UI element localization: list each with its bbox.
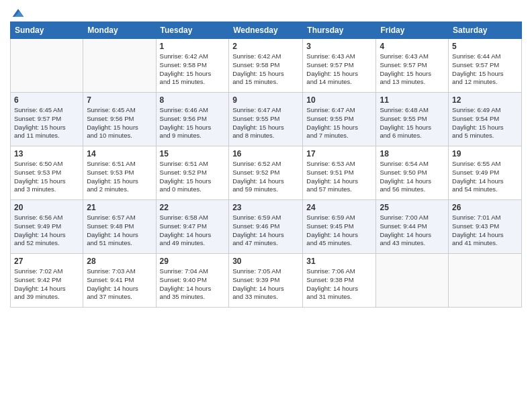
calendar-cell: 27Sunrise: 7:02 AM Sunset: 9:42 PM Dayli… [11,254,83,308]
calendar-cell: 10Sunrise: 6:47 AM Sunset: 9:55 PM Dayli… [303,93,376,146]
calendar-cell: 8Sunrise: 6:46 AM Sunset: 9:56 PM Daylig… [156,93,229,146]
day-number: 11 [380,95,445,105]
day-number: 24 [306,203,372,212]
day-number: 18 [380,149,445,158]
header-row: SundayMondayTuesdayWednesdayThursdayFrid… [11,22,522,39]
calendar-cell: 13Sunrise: 6:50 AM Sunset: 9:53 PM Dayli… [11,146,83,200]
day-info: Sunrise: 6:53 AM Sunset: 9:51 PM Dayligh… [306,160,372,194]
day-number: 28 [87,257,152,266]
day-info: Sunrise: 6:52 AM Sunset: 9:52 PM Dayligh… [232,160,299,194]
calendar-cell: 20Sunrise: 6:56 AM Sunset: 9:49 PM Dayli… [11,200,83,254]
calendar-cell: 26Sunrise: 7:01 AM Sunset: 9:43 PM Dayli… [449,200,522,254]
calendar-cell: 22Sunrise: 6:58 AM Sunset: 9:47 PM Dayli… [156,200,229,254]
day-info: Sunrise: 6:50 AM Sunset: 9:53 PM Dayligh… [14,160,79,194]
calendar-week-row: 13Sunrise: 6:50 AM Sunset: 9:53 PM Dayli… [11,146,522,200]
day-number: 1 [160,42,226,51]
day-info: Sunrise: 6:47 AM Sunset: 9:55 PM Dayligh… [306,106,372,140]
calendar-cell: 9Sunrise: 6:47 AM Sunset: 9:55 PM Daylig… [229,93,303,146]
calendar-cell: 1Sunrise: 6:42 AM Sunset: 9:58 PM Daylig… [156,39,229,93]
page: SundayMondayTuesdayWednesdayThursdayFrid… [0,0,532,411]
calendar-cell: 3Sunrise: 6:43 AM Sunset: 9:57 PM Daylig… [303,39,376,93]
day-info: Sunrise: 6:57 AM Sunset: 9:48 PM Dayligh… [87,214,152,248]
day-number: 6 [14,95,79,105]
calendar-cell: 12Sunrise: 6:49 AM Sunset: 9:54 PM Dayli… [449,93,522,146]
day-number: 16 [232,149,299,158]
calendar-cell: 17Sunrise: 6:53 AM Sunset: 9:51 PM Dayli… [303,146,376,200]
weekday-header-thursday: Thursday [303,22,376,39]
day-number: 10 [306,95,372,105]
day-number: 30 [232,257,299,266]
calendar-cell: 2Sunrise: 6:42 AM Sunset: 9:58 PM Daylig… [229,39,303,93]
calendar-table: SundayMondayTuesdayWednesdayThursdayFrid… [10,21,522,308]
calendar-cell: 31Sunrise: 7:06 AM Sunset: 9:38 PM Dayli… [303,254,376,308]
calendar-week-row: 1Sunrise: 6:42 AM Sunset: 9:58 PM Daylig… [11,39,522,93]
day-number: 15 [160,149,226,158]
calendar-cell: 21Sunrise: 6:57 AM Sunset: 9:48 PM Dayli… [83,200,156,254]
calendar-cell: 5Sunrise: 6:44 AM Sunset: 9:57 PM Daylig… [449,39,522,93]
calendar-cell: 25Sunrise: 7:00 AM Sunset: 9:44 PM Dayli… [376,200,449,254]
day-info: Sunrise: 6:45 AM Sunset: 9:56 PM Dayligh… [87,106,152,140]
day-number: 9 [232,95,299,105]
day-info: Sunrise: 6:55 AM Sunset: 9:49 PM Dayligh… [452,160,518,194]
day-info: Sunrise: 7:00 AM Sunset: 9:44 PM Dayligh… [380,214,445,248]
calendar-cell: 28Sunrise: 7:03 AM Sunset: 9:41 PM Dayli… [83,254,156,308]
day-number: 19 [452,149,518,158]
day-number: 26 [452,203,518,212]
calendar-body: 1Sunrise: 6:42 AM Sunset: 9:58 PM Daylig… [11,39,522,308]
weekday-header-wednesday: Wednesday [229,22,303,39]
calendar-week-row: 6Sunrise: 6:45 AM Sunset: 9:57 PM Daylig… [11,93,522,146]
day-number: 27 [14,257,79,266]
day-info: Sunrise: 7:01 AM Sunset: 9:43 PM Dayligh… [452,214,518,248]
day-number: 13 [14,149,79,158]
calendar-cell: 30Sunrise: 7:05 AM Sunset: 9:39 PM Dayli… [229,254,303,308]
day-info: Sunrise: 7:03 AM Sunset: 9:41 PM Dayligh… [87,267,152,302]
day-number: 29 [160,257,226,266]
calendar-cell: 15Sunrise: 6:51 AM Sunset: 9:52 PM Dayli… [156,146,229,200]
weekday-header-friday: Friday [376,22,449,39]
day-info: Sunrise: 6:43 AM Sunset: 9:57 PM Dayligh… [306,52,372,87]
calendar-cell [376,254,449,308]
day-info: Sunrise: 6:46 AM Sunset: 9:56 PM Dayligh… [160,106,226,140]
day-number: 20 [14,203,79,212]
day-number: 5 [452,42,518,51]
calendar-cell: 19Sunrise: 6:55 AM Sunset: 9:49 PM Dayli… [449,146,522,200]
day-number: 23 [232,203,299,212]
day-number: 3 [306,42,372,51]
day-info: Sunrise: 6:59 AM Sunset: 9:45 PM Dayligh… [306,214,372,248]
calendar-cell: 24Sunrise: 6:59 AM Sunset: 9:45 PM Dayli… [303,200,376,254]
weekday-header-saturday: Saturday [449,22,522,39]
day-number: 14 [87,149,152,158]
calendar-cell [449,254,522,308]
logo [10,7,25,17]
header [10,7,522,17]
day-number: 31 [306,257,372,266]
day-info: Sunrise: 6:58 AM Sunset: 9:47 PM Dayligh… [160,214,226,248]
day-number: 7 [87,95,152,105]
calendar-cell: 18Sunrise: 6:54 AM Sunset: 9:50 PM Dayli… [376,146,449,200]
day-info: Sunrise: 7:05 AM Sunset: 9:39 PM Dayligh… [232,267,299,302]
calendar-cell [11,39,83,93]
calendar-week-row: 27Sunrise: 7:02 AM Sunset: 9:42 PM Dayli… [11,254,522,308]
calendar-week-row: 20Sunrise: 6:56 AM Sunset: 9:49 PM Dayli… [11,200,522,254]
day-info: Sunrise: 7:04 AM Sunset: 9:40 PM Dayligh… [160,267,226,302]
day-info: Sunrise: 6:42 AM Sunset: 9:58 PM Dayligh… [232,52,299,87]
calendar-cell: 6Sunrise: 6:45 AM Sunset: 9:57 PM Daylig… [11,93,83,146]
day-info: Sunrise: 7:06 AM Sunset: 9:38 PM Dayligh… [306,267,372,302]
day-info: Sunrise: 6:44 AM Sunset: 9:57 PM Dayligh… [452,52,518,87]
day-info: Sunrise: 6:59 AM Sunset: 9:46 PM Dayligh… [232,214,299,248]
calendar-cell: 16Sunrise: 6:52 AM Sunset: 9:52 PM Dayli… [229,146,303,200]
day-number: 4 [380,42,445,51]
day-number: 25 [380,203,445,212]
calendar-cell: 14Sunrise: 6:51 AM Sunset: 9:53 PM Dayli… [83,146,156,200]
day-info: Sunrise: 6:51 AM Sunset: 9:52 PM Dayligh… [160,160,226,194]
day-info: Sunrise: 6:56 AM Sunset: 9:49 PM Dayligh… [14,214,79,248]
day-info: Sunrise: 6:43 AM Sunset: 9:57 PM Dayligh… [380,52,445,87]
day-info: Sunrise: 6:47 AM Sunset: 9:55 PM Dayligh… [232,106,299,140]
calendar-header: SundayMondayTuesdayWednesdayThursdayFrid… [11,22,522,39]
day-info: Sunrise: 6:51 AM Sunset: 9:53 PM Dayligh… [87,160,152,194]
calendar-cell: 23Sunrise: 6:59 AM Sunset: 9:46 PM Dayli… [229,200,303,254]
day-info: Sunrise: 6:45 AM Sunset: 9:57 PM Dayligh… [14,106,79,140]
day-number: 2 [232,42,299,51]
calendar-cell: 4Sunrise: 6:43 AM Sunset: 9:57 PM Daylig… [376,39,449,93]
day-info: Sunrise: 6:42 AM Sunset: 9:58 PM Dayligh… [160,52,226,87]
